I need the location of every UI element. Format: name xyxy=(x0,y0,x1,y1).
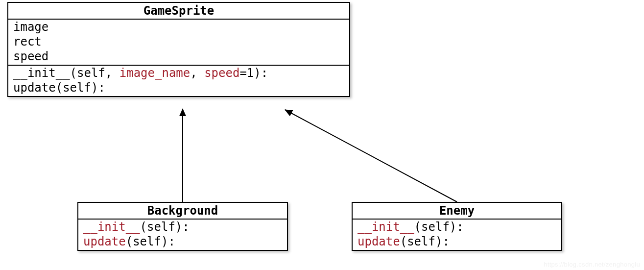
class-background: Background __init__(self): update(self): xyxy=(77,202,288,251)
class-title: Background xyxy=(78,203,287,220)
method-update: update(self): xyxy=(358,234,556,249)
attribute: speed xyxy=(13,49,344,64)
class-enemy: Enemy __init__(self): update(self): xyxy=(352,202,562,251)
method-update: update(self): xyxy=(83,234,282,249)
method-init: __init__(self): xyxy=(358,220,556,234)
methods-section: __init__(self): update(self): xyxy=(78,220,287,250)
method-update: update(self): xyxy=(13,80,344,95)
methods-section: __init__(self, image_name, speed=1): upd… xyxy=(8,65,349,96)
arrow-enemy-to-gamesprite xyxy=(285,110,457,202)
attribute: image xyxy=(13,20,344,34)
class-title: Enemy xyxy=(353,203,561,220)
class-title: GameSprite xyxy=(8,3,349,20)
attribute: rect xyxy=(13,34,344,49)
class-gamesprite: GameSprite image rect speed __init__(sel… xyxy=(7,2,350,97)
method-init: __init__(self): xyxy=(83,220,282,234)
method-init: __init__(self, image_name, speed=1): xyxy=(13,66,344,80)
attributes-section: image rect speed xyxy=(8,20,349,65)
watermark: https://blog.csdn.net/zenghonglu xyxy=(544,261,640,268)
methods-section: __init__(self): update(self): xyxy=(353,220,561,250)
